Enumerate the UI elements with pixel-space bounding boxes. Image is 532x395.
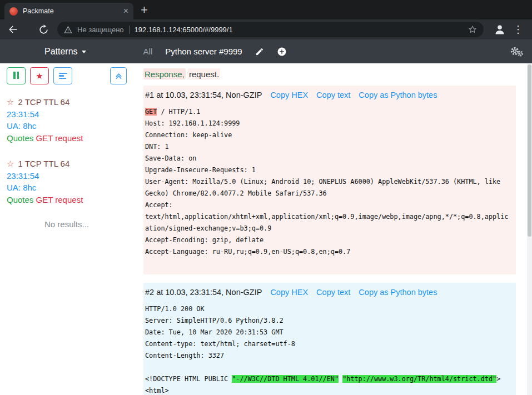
packet-line: Connection: keep-alive <box>145 129 511 141</box>
browser-tab[interactable]: Packmate × <box>4 3 133 19</box>
scrollbar-thumb[interactable] <box>528 64 531 237</box>
stream-tags: Quotes GET request <box>7 132 127 144</box>
stream-tag: Quotes <box>7 133 33 143</box>
packet-action-link[interactable]: Copy as Python bytes <box>359 288 437 297</box>
packet-line: Date: Tue, 10 Mar 2020 20:31:53 GMT <box>145 327 511 338</box>
stream-title: 2 TCP TTL 64 <box>18 97 69 107</box>
packet-line: HTTP/1.0 200 OK <box>145 303 511 315</box>
plus-circle-icon <box>277 47 287 57</box>
new-tab-button[interactable]: + <box>141 4 148 16</box>
reload-button[interactable] <box>36 22 51 37</box>
highlight-red: GET <box>145 108 157 116</box>
address-bar[interactable]: Не защищено 192.168.1.124:65000/#/9999/1 <box>57 22 484 37</box>
packet-line: Accept-Language: ru-RU,ru;q=0.9,en-US;q=… <box>145 246 511 258</box>
omnibox-divider <box>129 26 130 34</box>
tab-python-server[interactable]: Python server #9999 <box>165 47 242 56</box>
packet-card: #2 at 10.03, 23:31:54, Non-GZIPCopy HEXC… <box>143 283 516 395</box>
pattern-tabs: All Python server #9999 <box>143 47 287 57</box>
found-patterns: Response, request. <box>143 69 516 78</box>
highlight-green: "-//W3C//DTD HTML 4.01//EN" <box>232 375 339 383</box>
stream-item[interactable]: ☆1 TCP TTL 6423:31:54UA: 8hcQuotes GET r… <box>7 158 127 206</box>
packet-header: #2 at 10.03, 23:31:54, Non-GZIPCopy HEXC… <box>145 288 511 297</box>
packet-line: GET / HTTP/1.1 <box>145 106 511 118</box>
packet-body: GET / HTTP/1.1Host: 192.168.1.124:9999Co… <box>145 106 511 258</box>
edit-pattern-button[interactable] <box>255 47 264 56</box>
tab-all-patterns[interactable]: All <box>143 47 153 56</box>
stream-time: 23:31:54 <box>7 108 127 121</box>
favorites-filter-button[interactable]: ★ <box>30 67 49 84</box>
packet-card: #1 at 10.03, 23:31:54, Non-GZIPCopy HEXC… <box>143 86 516 274</box>
packet-line: Content-Length: 3327 <box>145 350 511 362</box>
packet-action-link[interactable]: Copy as Python bytes <box>359 91 437 99</box>
star-icon: ★ <box>36 71 43 81</box>
pattern-chip: Response, <box>143 68 186 79</box>
browser-toolbar: Не защищено 192.168.1.124:65000/#/9999/1… <box>0 19 532 39</box>
packet-line: <html> <box>145 385 511 395</box>
settings-button[interactable] <box>509 46 524 57</box>
tab-close-icon[interactable]: × <box>123 7 128 16</box>
patterns-dropdown[interactable]: Patterns <box>44 47 86 57</box>
stream-item[interactable]: ☆2 TCP TTL 6423:31:54UA: 8hcQuotes GET r… <box>7 96 127 144</box>
security-warning-icon[interactable] <box>64 26 72 34</box>
packet-action-link[interactable]: Copy HEX <box>270 91 308 99</box>
gears-icon <box>509 46 524 57</box>
packet-line: Save-Data: on <box>145 153 511 164</box>
packet-line: Accept: text/html,application/xhtml+xml,… <box>145 199 511 234</box>
stream-tag: Quotes <box>7 195 33 204</box>
security-label: Не защищено <box>77 26 124 34</box>
stream-title-row: ☆2 TCP TTL 64 <box>7 96 127 108</box>
sidebar-toolbar: ★ <box>7 67 127 84</box>
bookmark-star-icon[interactable] <box>468 25 477 34</box>
packet-line: Upgrade-Insecure-Requests: 1 <box>145 164 511 176</box>
stream-title-row: ☆1 TCP TTL 64 <box>7 158 127 170</box>
packet-line: Content-type: text/html; charset=utf-8 <box>145 338 511 350</box>
chevron-double-up-icon <box>115 72 123 80</box>
stream-ua: UA: 8hc <box>7 182 127 194</box>
packet-id-label: #1 at 10.03, 23:31:54, Non-GZIP <box>145 91 262 99</box>
packet-list: #1 at 10.03, 23:31:54, Non-GZIPCopy HEXC… <box>143 86 516 395</box>
packet-line: Accept-Encoding: gzip, deflate <box>145 234 511 246</box>
patterns-dropdown-label: Patterns <box>44 47 78 57</box>
packet-line: Server: SimpleHTTP/0.6 Python/3.8.2 <box>145 315 511 327</box>
packet-line: DNT: 1 <box>145 141 511 153</box>
packet-line: User-Agent: Mozilla/5.0 (Linux; Android … <box>145 176 511 199</box>
stream-content: Response, request. #1 at 10.03, 23:31:54… <box>132 63 532 395</box>
pattern-chip: request. <box>188 68 220 79</box>
collapse-sidebar-button[interactable] <box>110 67 127 84</box>
packet-action-link[interactable]: Copy HEX <box>270 288 308 297</box>
back-button[interactable] <box>6 22 21 37</box>
chevron-down-icon <box>82 51 86 53</box>
tab-title: Packmate <box>23 7 123 15</box>
packet-action-link[interactable]: Copy text <box>316 91 350 99</box>
stream-sidebar: ★ ☆2 TCP TTL 6423:31:54UA: 8hcQuotes GET… <box>0 63 132 395</box>
packmate-favicon-icon <box>9 7 18 16</box>
packet-body: HTTP/1.0 200 OKServer: SimpleHTTP/0.6 Py… <box>145 303 511 395</box>
pause-capture-button[interactable] <box>7 67 26 84</box>
stream-tags: Quotes GET request <box>7 194 127 206</box>
app-header: Patterns All Python server #9999 <box>0 39 532 63</box>
no-results-label: No results... <box>7 219 127 229</box>
packet-action-link[interactable]: Copy text <box>316 288 350 297</box>
stream-time: 23:31:54 <box>7 170 127 182</box>
stream-ua: UA: 8hc <box>7 120 127 132</box>
pause-icon <box>13 71 20 81</box>
stream-list: ☆2 TCP TTL 6423:31:54UA: 8hcQuotes GET r… <box>7 96 127 206</box>
reload-icon <box>38 24 49 35</box>
packet-id-label: #2 at 10.03, 23:31:54, Non-GZIP <box>145 288 262 297</box>
browser-menu-icon[interactable]: ⋮ <box>513 24 523 34</box>
pencil-icon <box>255 47 264 56</box>
packet-line <box>145 362 511 373</box>
highlight-green: "http://www.w3.org/TR/html4/strict.dtd" <box>342 375 496 383</box>
url-text[interactable]: 192.168.1.124:65000/#/9999/1 <box>135 26 233 34</box>
profile-avatar-icon[interactable] <box>493 23 506 36</box>
star-outline-icon[interactable]: ☆ <box>7 159 14 168</box>
star-outline-icon[interactable]: ☆ <box>7 97 14 107</box>
stream-list-button[interactable] <box>53 67 72 84</box>
stream-tag: GET request <box>36 195 83 204</box>
add-pattern-button[interactable] <box>277 47 287 57</box>
content-scrollbar[interactable] <box>527 63 532 395</box>
back-arrow-icon <box>8 24 19 35</box>
browser-window: Packmate × + Не защищено 192.168.1.124:6… <box>0 0 532 395</box>
stream-title: 1 TCP TTL 64 <box>18 159 69 168</box>
browser-tab-strip: Packmate × + <box>0 0 532 19</box>
